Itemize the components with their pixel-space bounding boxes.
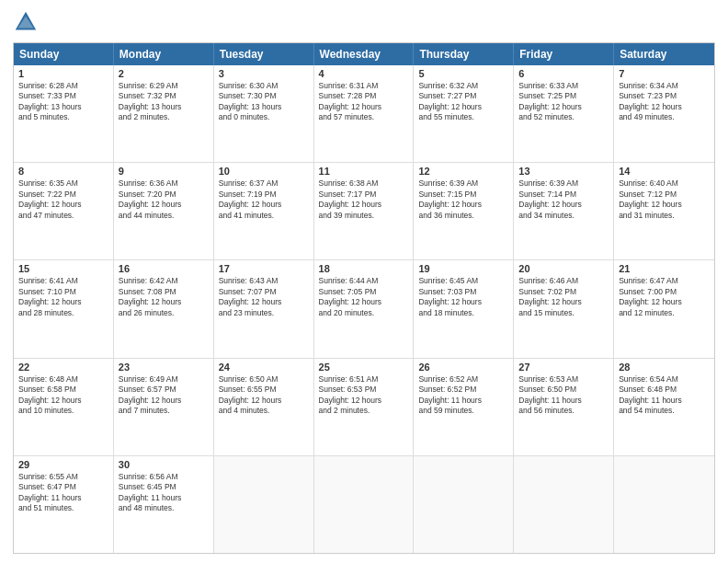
day-number: 21: [619, 263, 710, 274]
calendar-cell-6: 6Sunrise: 6:33 AM Sunset: 7:25 PM Daylig…: [514, 65, 614, 162]
cell-info: Sunrise: 6:43 AM Sunset: 7:07 PM Dayligh…: [219, 276, 309, 318]
logo-icon: [13, 9, 39, 35]
day-number: 12: [418, 166, 508, 177]
weekday-header-tuesday: Tuesday: [214, 43, 314, 65]
calendar-row-3: 15Sunrise: 6:41 AM Sunset: 7:10 PM Dayli…: [14, 260, 714, 358]
cell-info: Sunrise: 6:47 AM Sunset: 7:00 PM Dayligh…: [619, 276, 710, 318]
cell-info: Sunrise: 6:35 AM Sunset: 7:22 PM Dayligh…: [18, 178, 108, 221]
calendar-cell-24: 24Sunrise: 6:50 AM Sunset: 6:55 PM Dayli…: [214, 359, 314, 455]
day-number: 23: [119, 362, 209, 373]
calendar-cell-empty: [414, 456, 514, 553]
day-number: 20: [518, 263, 609, 274]
cell-info: Sunrise: 6:48 AM Sunset: 6:58 PM Dayligh…: [18, 374, 108, 417]
calendar: SundayMondayTuesdayWednesdayThursdayFrid…: [13, 42, 715, 554]
day-number: 1: [18, 68, 108, 79]
cell-info: Sunrise: 6:50 AM Sunset: 6:55 PM Dayligh…: [219, 374, 309, 417]
calendar-cell-18: 18Sunrise: 6:44 AM Sunset: 7:05 PM Dayli…: [314, 260, 415, 357]
calendar-cell-21: 21Sunrise: 6:47 AM Sunset: 7:00 PM Dayli…: [614, 260, 714, 357]
calendar-cell-15: 15Sunrise: 6:41 AM Sunset: 7:10 PM Dayli…: [14, 260, 114, 357]
calendar-cell-7: 7Sunrise: 6:34 AM Sunset: 7:23 PM Daylig…: [614, 65, 714, 162]
page: SundayMondayTuesdayWednesdayThursdayFrid…: [0, 0, 728, 563]
cell-info: Sunrise: 6:34 AM Sunset: 7:23 PM Dayligh…: [619, 81, 710, 123]
day-number: 4: [319, 68, 409, 79]
cell-info: Sunrise: 6:44 AM Sunset: 7:05 PM Dayligh…: [319, 276, 409, 318]
calendar-row-4: 22Sunrise: 6:48 AM Sunset: 6:58 PM Dayli…: [14, 359, 714, 456]
cell-info: Sunrise: 6:29 AM Sunset: 7:32 PM Dayligh…: [119, 81, 209, 123]
cell-info: Sunrise: 6:42 AM Sunset: 7:08 PM Dayligh…: [119, 276, 209, 318]
calendar-cell-27: 27Sunrise: 6:53 AM Sunset: 6:50 PM Dayli…: [514, 359, 614, 455]
day-number: 16: [119, 263, 209, 274]
calendar-cell-1: 1Sunrise: 6:28 AM Sunset: 7:33 PM Daylig…: [14, 65, 114, 162]
calendar-body: 1Sunrise: 6:28 AM Sunset: 7:33 PM Daylig…: [14, 65, 714, 553]
calendar-cell-13: 13Sunrise: 6:39 AM Sunset: 7:14 PM Dayli…: [514, 163, 614, 259]
cell-info: Sunrise: 6:46 AM Sunset: 7:02 PM Dayligh…: [518, 276, 609, 318]
calendar-cell-30: 30Sunrise: 6:56 AM Sunset: 6:45 PM Dayli…: [114, 456, 214, 553]
day-number: 15: [18, 263, 108, 274]
calendar-cell-empty: [314, 456, 415, 553]
day-number: 2: [119, 68, 209, 79]
day-number: 30: [119, 459, 209, 470]
calendar-cell-empty: [514, 456, 614, 553]
calendar-cell-29: 29Sunrise: 6:55 AM Sunset: 6:47 PM Dayli…: [14, 456, 114, 553]
cell-info: Sunrise: 6:51 AM Sunset: 6:53 PM Dayligh…: [319, 374, 409, 417]
calendar-cell-20: 20Sunrise: 6:46 AM Sunset: 7:02 PM Dayli…: [514, 260, 614, 357]
calendar-cell-10: 10Sunrise: 6:37 AM Sunset: 7:19 PM Dayli…: [214, 163, 314, 259]
day-number: 19: [418, 263, 508, 274]
cell-info: Sunrise: 6:56 AM Sunset: 6:45 PM Dayligh…: [119, 472, 209, 514]
calendar-cell-22: 22Sunrise: 6:48 AM Sunset: 6:58 PM Dayli…: [14, 359, 114, 455]
cell-info: Sunrise: 6:53 AM Sunset: 6:50 PM Dayligh…: [518, 374, 609, 417]
weekday-header-thursday: Thursday: [414, 43, 514, 65]
cell-info: Sunrise: 6:36 AM Sunset: 7:20 PM Dayligh…: [119, 178, 209, 221]
calendar-header: SundayMondayTuesdayWednesdayThursdayFrid…: [14, 43, 714, 65]
calendar-cell-11: 11Sunrise: 6:38 AM Sunset: 7:17 PM Dayli…: [314, 163, 415, 259]
calendar-cell-12: 12Sunrise: 6:39 AM Sunset: 7:15 PM Dayli…: [414, 163, 514, 259]
day-number: 24: [219, 362, 309, 373]
weekday-header-saturday: Saturday: [614, 43, 714, 65]
logo: [13, 9, 42, 35]
calendar-cell-17: 17Sunrise: 6:43 AM Sunset: 7:07 PM Dayli…: [214, 260, 314, 357]
cell-info: Sunrise: 6:39 AM Sunset: 7:14 PM Dayligh…: [518, 178, 609, 221]
day-number: 18: [319, 263, 409, 274]
day-number: 7: [619, 68, 710, 79]
header: [13, 9, 715, 35]
cell-info: Sunrise: 6:45 AM Sunset: 7:03 PM Dayligh…: [418, 276, 508, 318]
weekday-header-sunday: Sunday: [14, 43, 114, 65]
calendar-cell-9: 9Sunrise: 6:36 AM Sunset: 7:20 PM Daylig…: [114, 163, 214, 259]
cell-info: Sunrise: 6:32 AM Sunset: 7:27 PM Dayligh…: [418, 81, 508, 123]
calendar-cell-19: 19Sunrise: 6:45 AM Sunset: 7:03 PM Dayli…: [414, 260, 514, 357]
day-number: 3: [219, 68, 309, 79]
calendar-cell-28: 28Sunrise: 6:54 AM Sunset: 6:48 PM Dayli…: [614, 359, 714, 455]
day-number: 27: [518, 362, 609, 373]
day-number: 26: [418, 362, 508, 373]
calendar-cell-2: 2Sunrise: 6:29 AM Sunset: 7:32 PM Daylig…: [114, 65, 214, 162]
calendar-cell-empty: [214, 456, 314, 553]
day-number: 29: [18, 459, 108, 470]
day-number: 17: [219, 263, 309, 274]
weekday-header-friday: Friday: [514, 43, 614, 65]
calendar-row-5: 29Sunrise: 6:55 AM Sunset: 6:47 PM Dayli…: [14, 456, 714, 553]
calendar-cell-8: 8Sunrise: 6:35 AM Sunset: 7:22 PM Daylig…: [14, 163, 114, 259]
calendar-cell-14: 14Sunrise: 6:40 AM Sunset: 7:12 PM Dayli…: [614, 163, 714, 259]
calendar-cell-4: 4Sunrise: 6:31 AM Sunset: 7:28 PM Daylig…: [314, 65, 415, 162]
cell-info: Sunrise: 6:37 AM Sunset: 7:19 PM Dayligh…: [219, 178, 309, 221]
calendar-cell-26: 26Sunrise: 6:52 AM Sunset: 6:52 PM Dayli…: [414, 359, 514, 455]
weekday-header-monday: Monday: [114, 43, 214, 65]
day-number: 11: [319, 166, 409, 177]
day-number: 28: [619, 362, 710, 373]
calendar-cell-23: 23Sunrise: 6:49 AM Sunset: 6:57 PM Dayli…: [114, 359, 214, 455]
day-number: 13: [518, 166, 609, 177]
cell-info: Sunrise: 6:30 AM Sunset: 7:30 PM Dayligh…: [219, 81, 309, 123]
day-number: 14: [619, 166, 710, 177]
calendar-cell-16: 16Sunrise: 6:42 AM Sunset: 7:08 PM Dayli…: [114, 260, 214, 357]
calendar-cell-3: 3Sunrise: 6:30 AM Sunset: 7:30 PM Daylig…: [214, 65, 314, 162]
calendar-cell-25: 25Sunrise: 6:51 AM Sunset: 6:53 PM Dayli…: [314, 359, 415, 455]
day-number: 25: [319, 362, 409, 373]
cell-info: Sunrise: 6:40 AM Sunset: 7:12 PM Dayligh…: [619, 178, 710, 221]
calendar-row-2: 8Sunrise: 6:35 AM Sunset: 7:22 PM Daylig…: [14, 163, 714, 260]
cell-info: Sunrise: 6:31 AM Sunset: 7:28 PM Dayligh…: [319, 81, 409, 123]
cell-info: Sunrise: 6:38 AM Sunset: 7:17 PM Dayligh…: [319, 178, 409, 221]
day-number: 9: [119, 166, 209, 177]
day-number: 10: [219, 166, 309, 177]
day-number: 6: [518, 68, 609, 79]
cell-info: Sunrise: 6:41 AM Sunset: 7:10 PM Dayligh…: [18, 276, 108, 318]
